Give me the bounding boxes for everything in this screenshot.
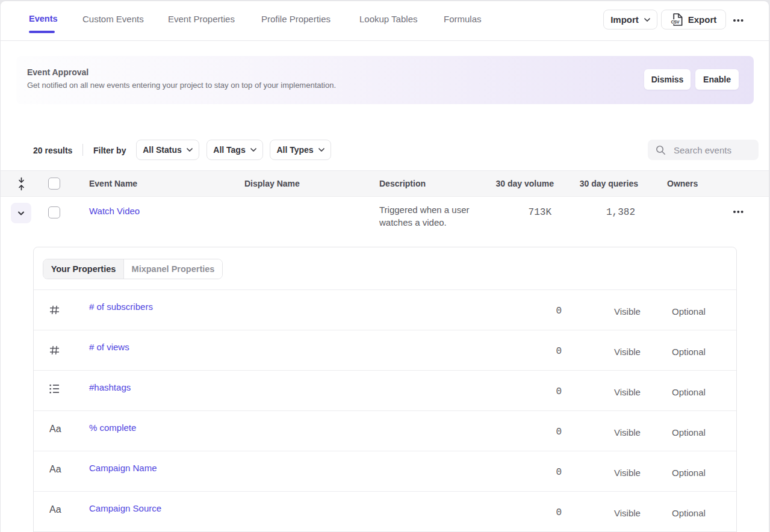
svg-text:CSV: CSV xyxy=(671,19,679,25)
